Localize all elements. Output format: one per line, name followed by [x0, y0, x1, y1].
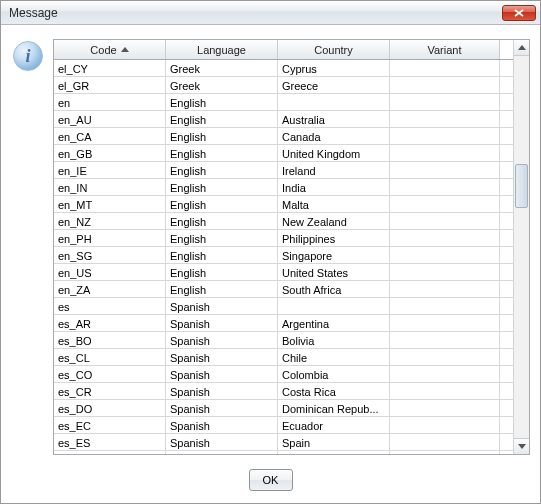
- cell-code: es_DO: [54, 400, 166, 416]
- cell-language: Spanish: [166, 451, 278, 454]
- cell-code: en_IN: [54, 179, 166, 195]
- close-button[interactable]: [502, 5, 536, 21]
- cell-country: Singapore: [278, 247, 390, 263]
- scroll-thumb[interactable]: [515, 164, 528, 208]
- scroll-up-button[interactable]: [514, 40, 529, 56]
- grid-body: el_CYGreekCyprusel_GRGreekGreeceenEnglis…: [54, 60, 513, 454]
- cell-country: [278, 298, 390, 314]
- cell-language: English: [166, 111, 278, 127]
- table-row[interactable]: es_CLSpanishChile: [54, 349, 513, 366]
- cell-code: en: [54, 94, 166, 110]
- cell-variant: [390, 315, 500, 331]
- table-row[interactable]: es_GTSpanishGuatemala: [54, 451, 513, 454]
- cell-language: English: [166, 145, 278, 161]
- cell-language: Spanish: [166, 434, 278, 450]
- cell-country: United Kingdom: [278, 145, 390, 161]
- cell-language: English: [166, 213, 278, 229]
- cell-code: en_CA: [54, 128, 166, 144]
- cell-variant: [390, 281, 500, 297]
- cell-code: el_CY: [54, 60, 166, 76]
- cell-country: Ireland: [278, 162, 390, 178]
- titlebar[interactable]: Message: [1, 1, 540, 25]
- cell-country: Guatemala: [278, 451, 390, 454]
- dialog-footer: OK: [1, 463, 540, 503]
- cell-language: Spanish: [166, 298, 278, 314]
- table-row[interactable]: el_CYGreekCyprus: [54, 60, 513, 77]
- cell-code: en_GB: [54, 145, 166, 161]
- cell-language: English: [166, 179, 278, 195]
- table-row[interactable]: en_INEnglishIndia: [54, 179, 513, 196]
- cell-country: United States: [278, 264, 390, 280]
- cell-variant: [390, 213, 500, 229]
- column-header-language[interactable]: Language: [166, 40, 278, 59]
- cell-variant: [390, 264, 500, 280]
- table-row[interactable]: es_BOSpanishBolivia: [54, 332, 513, 349]
- cell-code: el_GR: [54, 77, 166, 93]
- cell-language: Spanish: [166, 315, 278, 331]
- table-row[interactable]: en_NZEnglishNew Zealand: [54, 213, 513, 230]
- table-row[interactable]: es_ARSpanishArgentina: [54, 315, 513, 332]
- table-row[interactable]: es_DOSpanishDominican Repub...: [54, 400, 513, 417]
- cell-code: en_AU: [54, 111, 166, 127]
- sort-asc-icon: [121, 47, 129, 52]
- scroll-track[interactable]: [514, 56, 529, 438]
- column-header-code[interactable]: Code: [54, 40, 166, 59]
- cell-language: Spanish: [166, 383, 278, 399]
- table-row[interactable]: en_USEnglishUnited States: [54, 264, 513, 281]
- table-row[interactable]: en_AUEnglishAustralia: [54, 111, 513, 128]
- table-row[interactable]: en_CAEnglishCanada: [54, 128, 513, 145]
- cell-country: Costa Rica: [278, 383, 390, 399]
- cell-country: Colombia: [278, 366, 390, 382]
- cell-country: Chile: [278, 349, 390, 365]
- column-header-label: Language: [197, 44, 246, 56]
- table-row[interactable]: en_PHEnglishPhilippines: [54, 230, 513, 247]
- cell-variant: [390, 111, 500, 127]
- cell-variant: [390, 230, 500, 246]
- table-row[interactable]: esSpanish: [54, 298, 513, 315]
- table-row[interactable]: es_COSpanishColombia: [54, 366, 513, 383]
- cell-code: es_EC: [54, 417, 166, 433]
- cell-code: es_GT: [54, 451, 166, 454]
- column-header-variant[interactable]: Variant: [390, 40, 500, 59]
- table-row[interactable]: en_GBEnglishUnited Kingdom: [54, 145, 513, 162]
- cell-country: [278, 94, 390, 110]
- cell-code: es_CL: [54, 349, 166, 365]
- table-row[interactable]: el_GRGreekGreece: [54, 77, 513, 94]
- cell-code: es_ES: [54, 434, 166, 450]
- cell-variant: [390, 451, 500, 454]
- vertical-scrollbar[interactable]: [513, 40, 529, 454]
- grid-header: CodeLanguageCountryVariant: [54, 40, 513, 60]
- info-icon: i: [13, 41, 43, 71]
- icon-column: i: [11, 39, 45, 455]
- chevron-down-icon: [518, 444, 526, 449]
- cell-code: en_SG: [54, 247, 166, 263]
- cell-language: Spanish: [166, 366, 278, 382]
- cell-variant: [390, 247, 500, 263]
- scroll-down-button[interactable]: [514, 438, 529, 454]
- table-row[interactable]: en_IEEnglishIreland: [54, 162, 513, 179]
- cell-language: English: [166, 264, 278, 280]
- cell-language: Spanish: [166, 332, 278, 348]
- table-row[interactable]: es_CRSpanishCosta Rica: [54, 383, 513, 400]
- cell-code: en_US: [54, 264, 166, 280]
- table-row[interactable]: es_ESSpanishSpain: [54, 434, 513, 451]
- table-row[interactable]: en_SGEnglishSingapore: [54, 247, 513, 264]
- table-row[interactable]: en_ZAEnglishSouth Africa: [54, 281, 513, 298]
- table-row[interactable]: enEnglish: [54, 94, 513, 111]
- ok-button[interactable]: OK: [249, 469, 293, 491]
- cell-language: English: [166, 196, 278, 212]
- cell-country: Greece: [278, 77, 390, 93]
- column-header-country[interactable]: Country: [278, 40, 390, 59]
- cell-code: es_CR: [54, 383, 166, 399]
- cell-variant: [390, 60, 500, 76]
- cell-language: English: [166, 128, 278, 144]
- cell-language: Spanish: [166, 417, 278, 433]
- table-row[interactable]: en_MTEnglishMalta: [54, 196, 513, 213]
- table-row[interactable]: es_ECSpanishEcuador: [54, 417, 513, 434]
- grid: CodeLanguageCountryVariant el_CYGreekCyp…: [54, 40, 513, 454]
- cell-language: Spanish: [166, 349, 278, 365]
- cell-language: English: [166, 247, 278, 263]
- column-header-label: Code: [90, 44, 116, 56]
- chevron-up-icon: [518, 45, 526, 50]
- cell-country: New Zealand: [278, 213, 390, 229]
